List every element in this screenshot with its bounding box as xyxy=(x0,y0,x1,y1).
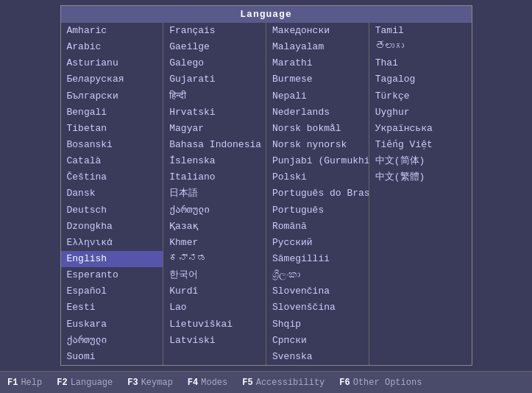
language-item[interactable]: Íslenska xyxy=(163,153,266,169)
statusbar: F1HelpF2LanguageF3KeymapF4ModesF5Accessi… xyxy=(0,371,532,393)
language-item[interactable]: Dansk xyxy=(61,185,163,202)
language-column-4: TamilతెలుగుThaiTagalogTürkçeUyghurУкраїн… xyxy=(369,23,472,365)
statusbar-label: Accessibility xyxy=(256,378,325,388)
language-item[interactable]: Euskara xyxy=(61,316,163,333)
language-item[interactable]: Italiano xyxy=(163,169,266,185)
language-dialog: Language AmharicArabicAsturianuБеларуска… xyxy=(60,5,472,366)
statusbar-label: Language xyxy=(71,378,113,388)
statusbar-key: F4 xyxy=(188,378,198,388)
language-item[interactable]: Shqip xyxy=(266,316,369,333)
language-item[interactable]: Esperanto xyxy=(61,267,163,283)
language-item[interactable]: ශ්‍රීලංකා xyxy=(266,267,369,283)
language-item[interactable]: Tamil xyxy=(369,23,472,39)
statusbar-label: Modes xyxy=(201,378,227,388)
statusbar-key: F2 xyxy=(57,378,67,388)
language-item[interactable]: Khmer xyxy=(163,235,266,251)
statusbar-item[interactable]: F5Accessibility xyxy=(242,378,324,388)
language-item[interactable]: Français xyxy=(163,23,266,39)
statusbar-item[interactable]: F4Modes xyxy=(188,378,227,388)
language-item[interactable]: English xyxy=(61,251,163,267)
language-item[interactable]: Asturianu xyxy=(61,55,163,71)
language-item[interactable]: Türkçe xyxy=(369,88,472,105)
language-column-2: FrançaisGaeilgeGalegoGujaratiहिन्दीHrvat… xyxy=(163,23,266,365)
language-item[interactable]: Tagalog xyxy=(369,71,472,88)
language-item[interactable]: Galego xyxy=(163,55,266,71)
language-item[interactable]: Arabic xyxy=(61,39,163,55)
language-item[interactable]: Română xyxy=(266,219,369,235)
language-item[interactable]: Polski xyxy=(266,169,369,185)
language-item[interactable]: Latviski xyxy=(163,333,266,349)
language-item[interactable]: हिन्दी xyxy=(163,88,266,105)
language-item[interactable]: Dzongkha xyxy=(61,219,163,235)
dialog-title: Language xyxy=(61,6,472,23)
language-item[interactable]: Gaeilge xyxy=(163,39,266,55)
language-item[interactable]: Lao xyxy=(163,300,266,316)
language-item[interactable]: Amharic xyxy=(61,23,163,39)
statusbar-key: F3 xyxy=(127,378,138,388)
language-item[interactable]: Slovenčina xyxy=(266,283,369,300)
language-item[interactable]: Magyar xyxy=(163,121,266,137)
language-item[interactable]: Punjabi (Gurmukhi) xyxy=(266,153,369,169)
language-item[interactable]: 中文(简体) xyxy=(369,153,472,169)
language-item[interactable]: ქართული xyxy=(163,202,266,219)
dialog-content: AmharicArabicAsturianuБеларускаяБългарск… xyxy=(61,23,472,365)
language-item[interactable]: 日本語 xyxy=(163,185,266,202)
language-column-3: МакедонскиMalayalamMarathiBurmeseNepaliN… xyxy=(266,23,369,365)
language-item[interactable]: 中文(繁體) xyxy=(369,169,472,185)
language-item[interactable]: Српски xyxy=(266,333,369,349)
statusbar-key: F1 xyxy=(7,378,18,388)
language-item[interactable]: Lietuviškai xyxy=(163,316,266,333)
language-item[interactable]: Tibetan xyxy=(61,121,163,137)
dialog-container: Language AmharicArabicAsturianuБеларуска… xyxy=(0,0,532,371)
language-item[interactable]: Suomi xyxy=(61,349,163,365)
language-item[interactable]: 한국어 xyxy=(163,267,266,283)
language-item[interactable]: Marathi xyxy=(266,55,369,71)
language-item[interactable]: Ελληνικά xyxy=(61,235,163,251)
language-item[interactable]: Čeština xyxy=(61,169,163,185)
language-item[interactable]: Eesti xyxy=(61,300,163,316)
language-item[interactable]: Norsk bokmål xyxy=(266,121,369,137)
language-item[interactable]: Português do Brasil xyxy=(266,185,369,202)
language-item[interactable]: Български xyxy=(61,88,163,105)
language-item[interactable]: Português xyxy=(266,202,369,219)
language-item[interactable]: Hrvatski xyxy=(163,105,266,121)
language-item[interactable]: Uyghur xyxy=(369,105,472,121)
statusbar-key: F6 xyxy=(339,378,350,388)
language-item[interactable]: Català xyxy=(61,153,163,169)
language-item[interactable]: Nepali xyxy=(266,88,369,105)
language-item[interactable]: Norsk nynorsk xyxy=(266,137,369,153)
language-item[interactable]: తెలుగు xyxy=(369,39,472,55)
language-item[interactable]: Deutsch xyxy=(61,202,163,219)
language-item[interactable]: Беларуская xyxy=(61,71,163,88)
screen: Language AmharicArabicAsturianuБеларуска… xyxy=(0,0,532,393)
language-item[interactable]: ქართული xyxy=(61,333,163,349)
language-item[interactable]: Bosanski xyxy=(61,137,163,153)
language-item[interactable]: Svenska xyxy=(266,349,369,365)
language-item[interactable]: Bahasa Indonesia xyxy=(163,137,266,153)
language-item[interactable]: Bengali xyxy=(61,105,163,121)
language-item[interactable]: Slovenščina xyxy=(266,300,369,316)
language-item[interactable]: Русский xyxy=(266,235,369,251)
statusbar-item[interactable]: F2Language xyxy=(57,378,113,388)
language-column-1: AmharicArabicAsturianuБеларускаяБългарск… xyxy=(61,23,164,365)
statusbar-key: F5 xyxy=(242,378,252,388)
language-item[interactable]: ಕನ್ನಡ xyxy=(163,251,266,267)
language-item[interactable]: Sâmegillii xyxy=(266,251,369,267)
language-item[interactable]: Tiếng Việt xyxy=(369,137,472,153)
statusbar-label: Keymap xyxy=(141,378,173,388)
language-item[interactable]: Українська xyxy=(369,121,472,137)
language-item[interactable]: Қазақ xyxy=(163,219,266,235)
language-item[interactable]: Thai xyxy=(369,55,472,71)
language-item[interactable]: Español xyxy=(61,283,163,300)
statusbar-item[interactable]: F3Keymap xyxy=(127,378,173,388)
statusbar-label: Help xyxy=(21,378,42,388)
language-item[interactable]: Malayalam xyxy=(266,39,369,55)
language-item[interactable]: Nederlands xyxy=(266,105,369,121)
language-item[interactable]: Kurdî xyxy=(163,283,266,300)
language-item[interactable]: Burmese xyxy=(266,71,369,88)
language-item[interactable]: Македонски xyxy=(266,23,369,39)
statusbar-label: Other Options xyxy=(353,378,422,388)
statusbar-item[interactable]: F6Other Options xyxy=(339,378,422,388)
statusbar-item[interactable]: F1Help xyxy=(7,378,42,388)
language-item[interactable]: Gujarati xyxy=(163,71,266,88)
